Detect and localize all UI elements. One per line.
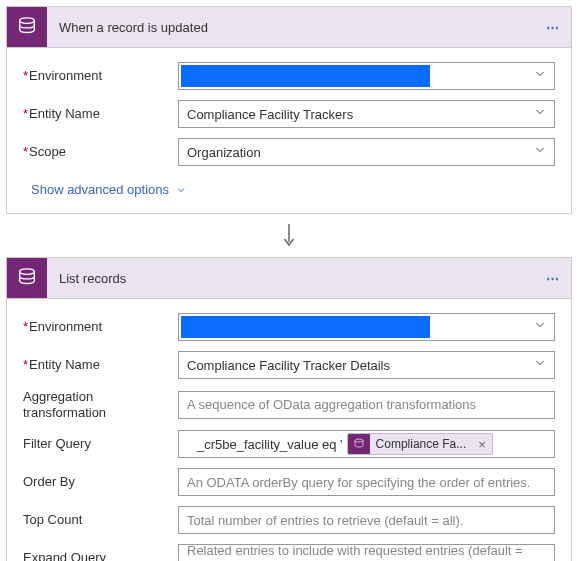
environment-label: *Environment [23, 68, 178, 84]
dataverse-icon [348, 433, 370, 455]
action-menu-button[interactable]: ⋯ [546, 271, 561, 286]
svg-point-2 [20, 269, 35, 275]
trigger-title: When a record is updated [47, 20, 546, 35]
show-advanced-toggle[interactable]: Show advanced options [31, 182, 187, 197]
scope-label: *Scope [23, 144, 178, 160]
dataverse-icon [7, 258, 47, 298]
entity-name-select[interactable]: Compliance Facility Tracker Details [178, 351, 555, 379]
entity-name-select[interactable]: Compliance Facility Trackers [178, 100, 555, 128]
scope-select[interactable]: Organization [178, 138, 555, 166]
action-card: List records ⋯ *Environment *Entity Name… [6, 257, 572, 561]
action-body: *Environment *Entity Name Compliance Fac… [7, 298, 571, 561]
trigger-menu-button[interactable]: ⋯ [546, 20, 561, 35]
expand-query-label: Expand Query [23, 550, 178, 561]
action-header[interactable]: List records ⋯ [7, 258, 571, 298]
trigger-header[interactable]: When a record is updated ⋯ [7, 7, 571, 47]
entity-name-label: *Entity Name [23, 357, 178, 373]
trigger-card: When a record is updated ⋯ *Environment … [6, 6, 572, 214]
dynamic-content-token[interactable]: Compliance Fa... × [347, 433, 493, 455]
chevron-down-icon [175, 184, 187, 196]
dataverse-icon [7, 7, 47, 47]
svg-point-3 [355, 439, 363, 442]
aggregation-label: Aggregation transformation [23, 389, 178, 420]
top-count-label: Top Count [23, 512, 178, 528]
top-count-input[interactable]: Total number of entries to retrieve (def… [178, 506, 555, 534]
order-by-label: Order By [23, 474, 178, 490]
filter-prefix-text: _cr5be_facility_value eq ' [183, 437, 343, 452]
environment-label: *Environment [23, 319, 178, 335]
action-title: List records [47, 271, 546, 286]
trigger-body: *Environment *Entity Name Compliance Fac… [7, 47, 571, 213]
token-label: Compliance Fa... [370, 437, 473, 451]
entity-name-label: *Entity Name [23, 106, 178, 122]
expand-query-input[interactable]: Related entries to include with requeste… [178, 544, 555, 561]
environment-value-redacted [181, 316, 430, 338]
aggregation-input[interactable]: A sequence of OData aggregation transfor… [178, 391, 555, 419]
filter-query-label: Filter Query [23, 436, 178, 452]
environment-value-redacted [181, 65, 430, 87]
order-by-input[interactable]: An ODATA orderBy query for specifying th… [178, 468, 555, 496]
flow-arrow-icon [6, 224, 572, 251]
svg-point-0 [20, 18, 35, 24]
filter-query-input[interactable]: _cr5be_facility_value eq ' Compliance Fa… [178, 430, 555, 458]
token-remove-button[interactable]: × [472, 437, 492, 452]
